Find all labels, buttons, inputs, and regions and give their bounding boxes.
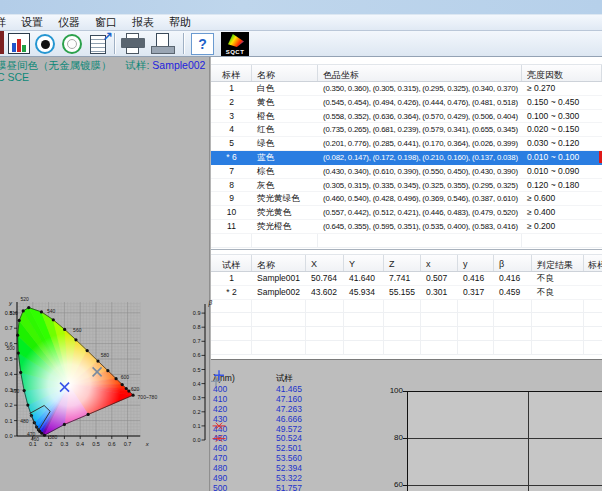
svg-text:0.2: 0.2 (45, 441, 53, 447)
standard-row[interactable]: 1 白色 (0.350, 0.360), (0.305, 0.315), (0.… (211, 82, 602, 96)
standard-row[interactable]: * 6 蓝色 (0.082, 0.147), (0.172, 0.198), (… (211, 151, 602, 165)
cell-coordinates: (0.735, 0.265), (0.681, 0.239), (0.579, … (318, 123, 522, 136)
cell-id: 3 (211, 110, 252, 123)
menu-item[interactable]: 样 (0, 15, 6, 30)
column-header[interactable]: 名称 (252, 65, 318, 81)
column-header[interactable]: β (494, 255, 532, 271)
cell-luminance-factor: 0.100 ~ 0.300 (522, 110, 602, 123)
chart-icon[interactable] (8, 32, 31, 56)
sample-name: Sample002 (152, 59, 205, 71)
cell-y: 0.416 (458, 272, 494, 285)
cell-Y: 41.640 (344, 272, 384, 285)
menu-item[interactable]: 仪器 (58, 15, 80, 30)
standard-row[interactable]: 9 荧光黄绿色 (0.460, 0.540), (0.428, 0.496), … (211, 192, 602, 206)
cell-Z: 55.155 (384, 286, 421, 299)
sample-row[interactable]: * 2 Sample002 43.602 45.934 55.155 0.301… (211, 286, 602, 300)
cell-luminance-factor: ≥ 0.270 (522, 82, 602, 95)
svg-text:0.1: 0.1 (29, 441, 37, 447)
standard-row[interactable]: 11 荧光橙色 (0.645, 0.355), (0.595, 0.351), … (211, 220, 602, 234)
sce-measure-icon[interactable] (61, 32, 85, 56)
cell-coordinates: (0.645, 0.355), (0.595, 0.351), (0.535, … (318, 220, 522, 233)
cell-id: * 6 (211, 151, 252, 164)
print-preview-icon[interactable] (150, 32, 176, 56)
cell-standard (584, 286, 602, 299)
column-header[interactable]: 亮度因数 (522, 65, 602, 81)
svg-text:520: 520 (20, 296, 29, 302)
cell-name: 荧光橙色 (252, 220, 318, 233)
app-window: 样设置仪器窗口报表帮助 ↗ ? SQCT 膜昼间色（无金属镀膜）试样: Samp… (0, 0, 602, 491)
toolbar: ↗ ? SQCT (0, 31, 602, 57)
column-header[interactable]: 判定结果 (532, 255, 584, 271)
column-header[interactable]: Y (344, 255, 384, 271)
sce-inner (67, 39, 77, 49)
empty-row (211, 234, 602, 248)
cell-coordinates: (0.558, 0.352), (0.636, 0.364), (0.570, … (318, 110, 522, 123)
standard-row[interactable]: 10 荧光黄色 (0.557, 0.442), (0.512, 0.421), … (211, 206, 602, 220)
sci-measure-icon[interactable] (34, 32, 58, 56)
svg-text:0.0: 0.0 (193, 437, 201, 443)
standard-row[interactable]: 3 橙色 (0.558, 0.352), (0.636, 0.364), (0.… (211, 110, 602, 124)
cell-Z: 7.741 (384, 272, 421, 285)
cell-id: 4 (211, 123, 252, 136)
column-header[interactable]: 名称 (252, 255, 306, 271)
sample-label: 试样: (126, 59, 150, 71)
cell-id: 10 (211, 206, 252, 219)
toolbar-separator (183, 33, 185, 54)
svg-text:0.8: 0.8 (5, 310, 13, 316)
column-header[interactable]: 标样 (584, 255, 602, 271)
cell-result: 不良 (532, 286, 584, 299)
column-header[interactable]: 标样 (211, 65, 252, 81)
cell-name: 红色 (252, 123, 318, 136)
report-export-icon[interactable]: ↗ (88, 32, 112, 56)
svg-text:0.4: 0.4 (5, 371, 13, 377)
cell-luminance-factor: ≥ 0.600 (522, 192, 602, 205)
cell-name: 蓝色 (252, 151, 318, 164)
cell-coordinates: (0.460, 0.540), (0.428, 0.496), (0.369, … (318, 192, 522, 205)
standard-row[interactable]: 5 绿色 (0.201, 0.776), (0.285, 0.441), (0.… (211, 137, 602, 151)
standard-row[interactable]: 2 黄色 (0.545, 0.454), (0.494, 0.426), (0.… (211, 96, 602, 110)
svg-text:0.0: 0.0 (5, 433, 13, 439)
cell-luminance-factor: 0.120 ~ 0.180 (522, 179, 602, 192)
wavelength-value: 500 (213, 484, 276, 491)
chromaticity-panel: 膜昼间色（无金属镀膜）试样: Sample002 C SCE 380460470… (0, 57, 210, 491)
cell-id: 8 (211, 179, 252, 192)
cell-id: 5 (211, 137, 252, 150)
svg-text:0.7: 0.7 (124, 441, 132, 447)
svg-text:620: 620 (131, 386, 140, 392)
cell-X: 50.764 (306, 272, 344, 285)
cell-coordinates: (0.430, 0.340), (0.610, 0.390), (0.550, … (318, 165, 522, 178)
sample-row[interactable]: 1 Sample001 50.764 41.640 7.741 0.507 0.… (211, 272, 602, 286)
svg-text:0.6: 0.6 (108, 441, 116, 447)
menu-item[interactable]: 设置 (21, 15, 43, 30)
print-icon[interactable] (120, 32, 146, 56)
column-header[interactable]: 试样 (211, 255, 252, 271)
sqct-logo[interactable]: SQCT (221, 32, 249, 56)
svg-text:0.4: 0.4 (193, 381, 201, 387)
column-header[interactable]: X (306, 255, 344, 271)
cell-id: 9 (211, 192, 252, 205)
standard-row[interactable]: 4 红色 (0.735, 0.265), (0.681, 0.239), (0.… (211, 123, 602, 137)
preview-tray (151, 46, 175, 54)
svg-text:0.5: 0.5 (193, 367, 201, 373)
clipped-toolbar-icon[interactable] (0, 31, 4, 54)
column-header[interactable]: y (458, 255, 494, 271)
column-header[interactable]: Z (384, 255, 421, 271)
spectral-panel: λ(nm) 试样 400 41.465 410 47.160 (211, 359, 602, 491)
cell-id: 1 (211, 272, 252, 285)
cell-luminance-factor: 0.010 ~ 0.100 (522, 151, 602, 164)
cell-name: 荧光黄色 (252, 206, 318, 219)
cell-luminance-factor: ≥ 0.200 (522, 220, 602, 233)
sci-dot (41, 40, 50, 49)
standard-row[interactable]: 8 灰色 (0.305, 0.315), (0.335, 0.345), (0.… (211, 179, 602, 193)
cell-coordinates: (0.557, 0.442), (0.512, 0.421), (0.446, … (318, 206, 522, 219)
printer-output (126, 47, 139, 54)
sqct-label: SQCT (221, 49, 249, 55)
menu-item[interactable]: 报表 (132, 15, 154, 30)
column-header[interactable]: x (421, 255, 458, 271)
svg-text:580: 580 (101, 352, 110, 358)
help-icon[interactable]: ? (191, 32, 215, 56)
standard-row[interactable]: 7 棕色 (0.430, 0.340), (0.610, 0.390), (0.… (211, 165, 602, 179)
menu-item[interactable]: 窗口 (95, 15, 117, 30)
column-header[interactable]: 色品坐标 (318, 65, 522, 81)
menu-item[interactable]: 帮助 (169, 15, 191, 30)
